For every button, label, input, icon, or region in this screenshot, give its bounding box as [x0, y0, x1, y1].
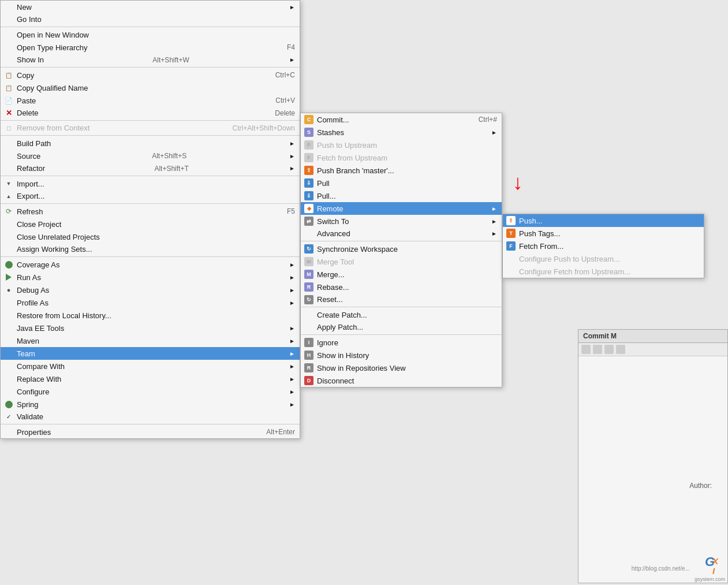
- menu-label-java-ee-tools: Java EE Tools: [17, 324, 64, 333]
- remote-menu-fetch-from[interactable]: F Fetch From...: [503, 240, 704, 252]
- team-menu-show-history[interactable]: H Show in History: [301, 349, 502, 362]
- menu-item-close-project[interactable]: Close Project: [1, 218, 300, 230]
- arrow-icon-remote: ►: [488, 206, 497, 212]
- menu-item-import[interactable]: ▼ Import...: [1, 177, 300, 190]
- commit-panel-header: Commit M: [578, 330, 727, 343]
- menu-label-close-unrelated: Close Unrelated Projects: [17, 233, 100, 241]
- remote-menu-configure-fetch[interactable]: Configure Fetch from Upstream...: [503, 265, 704, 278]
- team-menu-label-apply-patch: Apply Patch...: [317, 323, 363, 331]
- arrow-icon-configure: ►: [286, 389, 295, 395]
- arrow-icon-spring: ►: [286, 401, 295, 408]
- menu-item-restore-local[interactable]: Restore from Local History...: [1, 309, 300, 322]
- menu-item-close-unrelated[interactable]: Close Unrelated Projects: [1, 230, 300, 243]
- remote-menu-label-configure-fetch: Configure Fetch from Upstream...: [519, 267, 630, 276]
- team-menu-switch-to[interactable]: ⇄ Switch To ►: [301, 215, 502, 228]
- copy-icon: 📋: [4, 70, 13, 80]
- toolbar-icon-1: [581, 345, 591, 354]
- menu-item-show-in[interactable]: Show In Alt+Shift+W ►: [1, 54, 300, 68]
- menu-label-refactor: Refactor: [17, 164, 45, 173]
- team-menu-reset[interactable]: ↻ Reset...: [301, 293, 502, 307]
- delete-icon: ✕: [4, 109, 13, 118]
- team-menu-merge[interactable]: M Merge...: [301, 268, 502, 281]
- menu-label-coverage-as: Coverage As: [17, 260, 59, 269]
- menu-item-go-into[interactable]: Go Into: [1, 13, 300, 27]
- team-menu-disconnect[interactable]: D Disconnect: [301, 374, 502, 387]
- menu-label-copy-qualified: Copy Qualified Name: [17, 84, 88, 92]
- team-menu-label-commit: Commit...: [317, 115, 349, 124]
- team-menu-stashes[interactable]: S Stashes ►: [301, 126, 502, 139]
- menu-label-paste: Paste: [17, 96, 36, 105]
- team-menu-advanced[interactable]: Advanced ►: [301, 228, 502, 241]
- team-menu-show-repos[interactable]: R Show in Repositories View: [301, 362, 502, 374]
- arrow-icon-build-path: ►: [286, 140, 295, 147]
- remote-menu-push[interactable]: ⇧ Push...: [503, 214, 704, 227]
- menu-item-coverage-as[interactable]: Coverage As ►: [1, 258, 300, 271]
- menu-label-maven: Maven: [17, 337, 39, 345]
- remote-menu-label-push-tags: Push Tags...: [519, 229, 560, 238]
- menu-item-validate[interactable]: ✓ Validate: [1, 411, 300, 424]
- team-menu-ignore[interactable]: I Ignore: [301, 336, 502, 349]
- menu-item-open-type-hierarchy[interactable]: Open Type Hierarchy F4: [1, 41, 300, 54]
- shortcut-refactor: Alt+Shift+T: [143, 165, 188, 173]
- menu-item-spring[interactable]: Spring ►: [1, 398, 300, 411]
- team-menu-sync-workspace[interactable]: ↻ Synchronize Workspace: [301, 243, 502, 255]
- menu-item-properties[interactable]: Properties Alt+Enter: [1, 426, 300, 438]
- menu-item-configure[interactable]: Configure ►: [1, 385, 300, 398]
- context-menu-team: C Commit... Ctrl+# S Stashes ► P Push to…: [300, 113, 502, 387]
- team-menu-apply-patch[interactable]: Apply Patch...: [301, 321, 502, 335]
- menu-item-remove-context[interactable]: ◻ Remove from Context Ctrl+Alt+Shift+Dow…: [1, 122, 300, 136]
- menu-label-spring: Spring: [17, 400, 39, 409]
- shortcut-delete: Delete: [263, 109, 295, 117]
- menu-item-build-path[interactable]: Build Path ►: [1, 137, 300, 150]
- remote-menu-configure-push[interactable]: Configure Push to Upstream...: [503, 252, 704, 265]
- menu-item-replace-with[interactable]: Replace With ►: [1, 372, 300, 385]
- menu-item-export[interactable]: ▲ Export...: [1, 190, 300, 204]
- history-icon: H: [304, 351, 313, 360]
- menu-label-team: Team: [17, 349, 35, 358]
- team-menu-label-switch-to: Switch To: [317, 217, 349, 226]
- menu-label-configure: Configure: [17, 387, 49, 396]
- arrow-icon-refactor: ►: [286, 165, 295, 172]
- team-menu-label-disconnect: Disconnect: [317, 377, 354, 385]
- team-menu-commit[interactable]: C Commit... Ctrl+#: [301, 113, 502, 126]
- menu-label-remove-context: Remove from Context: [17, 124, 89, 132]
- team-menu-label-remote: Remote: [317, 204, 344, 213]
- team-menu-create-patch[interactable]: Create Patch...: [301, 308, 502, 321]
- validate-icon: ✓: [4, 412, 13, 422]
- team-menu-push-branch-master[interactable]: ⇧ Push Branch 'master'...: [301, 164, 502, 177]
- arrow-icon-coverage-as: ►: [286, 262, 295, 268]
- menu-item-maven[interactable]: Maven ►: [1, 334, 300, 347]
- menu-item-source[interactable]: Source Alt+Shift+S ►: [1, 150, 300, 162]
- menu-item-delete[interactable]: ✕ Delete Delete: [1, 107, 300, 121]
- menu-item-debug-as[interactable]: ● Debug As ►: [1, 284, 300, 296]
- team-menu-fetch-upstream[interactable]: F Fetch from Upstream: [301, 151, 502, 164]
- menu-item-refresh[interactable]: ⟳ Refresh F5: [1, 205, 300, 218]
- menu-item-run-as[interactable]: Run As ►: [1, 271, 300, 284]
- commit-panel: Commit M: [578, 329, 728, 583]
- menu-item-team[interactable]: Team ►: [1, 347, 300, 360]
- menu-item-profile-as[interactable]: Profile As ►: [1, 296, 300, 309]
- team-menu-merge-tool[interactable]: M Merge Tool: [301, 255, 502, 268]
- menu-item-new[interactable]: New ►: [1, 1, 300, 13]
- shortcut-source: Alt+Shift+S: [140, 152, 186, 160]
- repos-icon: R: [304, 363, 313, 372]
- menu-item-copy-qualified[interactable]: 📋 Copy Qualified Name: [1, 81, 300, 94]
- menu-item-compare-with[interactable]: Compare With ►: [1, 360, 300, 372]
- menu-item-java-ee-tools[interactable]: Java EE Tools ►: [1, 322, 300, 334]
- team-menu-pull-ellipsis[interactable]: ⇩ Pull...: [301, 189, 502, 202]
- team-menu-remote[interactable]: ◆ Remote ►: [301, 202, 502, 215]
- menu-item-paste[interactable]: 📄 Paste Ctrl+V: [1, 94, 300, 107]
- remote-menu-push-tags[interactable]: T Push Tags...: [503, 227, 704, 240]
- menu-item-refactor[interactable]: Refactor Alt+Shift+T ►: [1, 162, 300, 176]
- team-menu-rebase[interactable]: R Rebase...: [301, 281, 502, 293]
- menu-item-assign-working-sets[interactable]: Assign Working Sets...: [1, 243, 300, 257]
- team-menu-label-merge-tool: Merge Tool: [317, 258, 354, 266]
- menu-label-build-path: Build Path: [17, 139, 51, 148]
- shortcut-commit: Ctrl+#: [467, 115, 497, 124]
- menu-item-copy[interactable]: 📋 Copy Ctrl+C: [1, 69, 300, 81]
- team-menu-push-upstream[interactable]: P Push to Upstream: [301, 139, 502, 151]
- menu-item-open-new-window[interactable]: Open in New Window: [1, 28, 300, 41]
- import-icon: ▼: [4, 179, 13, 188]
- team-menu-pull[interactable]: ⇩ Pull: [301, 177, 502, 189]
- menu-label-validate: Validate: [17, 412, 43, 421]
